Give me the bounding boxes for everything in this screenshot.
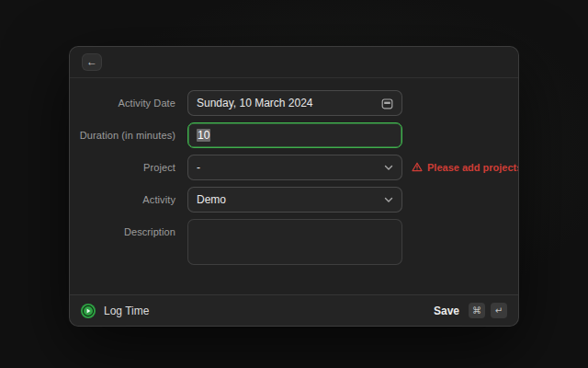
return-key-icon: ↵ [491,303,507,318]
activity-date-value: Sunday, 10 March 2024 [197,97,381,109]
back-button[interactable]: ← [82,53,102,71]
chevron-down-icon [384,197,393,203]
dialog-header: ← [70,47,518,78]
log-time-form: Activity Date Sunday, 10 March 2024 Dura… [70,78,518,265]
calendar-icon [381,98,393,109]
project-label: Project [70,162,175,173]
save-action[interactable]: Save ⌘ ↵ [434,303,507,318]
project-value: - [197,161,384,174]
action-bar: Log Time Save ⌘ ↵ [70,294,518,326]
activity-date-field[interactable]: Sunday, 10 March 2024 [187,90,402,116]
activity-row: Activity Demo [70,187,518,213]
duration-input[interactable]: 10 [187,122,402,148]
duration-value: 10 [197,129,210,142]
description-textarea[interactable] [187,219,402,265]
log-time-dialog: ← Activity Date Sunday, 10 March 2024 D [69,46,519,327]
project-error: Please add projects first! [412,162,519,174]
project-row: Project - [70,155,518,180]
project-error-text: Please add projects first! [427,162,519,173]
warning-icon [412,162,423,174]
log-time-play-icon [81,304,96,318]
activity-date-row: Activity Date Sunday, 10 March 2024 [70,90,518,116]
duration-label: Duration (in minutes) [70,130,175,141]
activity-dropdown[interactable]: Demo [187,187,402,213]
back-arrow-icon: ← [86,54,97,70]
activity-value: Demo [197,193,384,206]
save-button[interactable]: Save [434,305,459,317]
activity-label: Activity [70,194,175,205]
description-row: Description [70,219,518,265]
chevron-down-icon [384,165,393,171]
activity-date-label: Activity Date [70,98,175,109]
duration-row: Duration (in minutes) 10 [70,122,518,148]
command-title: Log Time [104,305,149,317]
description-label: Description [70,219,175,237]
command-key-icon: ⌘ [469,303,485,318]
project-dropdown[interactable]: - [187,155,402,180]
